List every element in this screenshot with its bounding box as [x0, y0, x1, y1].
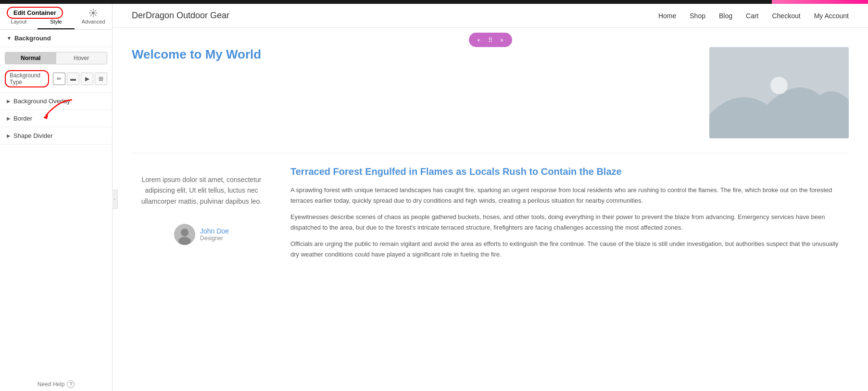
nav-cart[interactable]: Cart	[746, 12, 758, 20]
toolbar-close-btn[interactable]: ×	[497, 35, 507, 45]
site-nav: Home Shop Blog Cart Checkout My Account	[658, 12, 849, 20]
sidebar-collapse-handle[interactable]: ‹	[112, 190, 118, 209]
svg-point-5	[92, 12, 95, 14]
bg-toggle-normal[interactable]: Normal	[5, 52, 56, 64]
border-label: Border	[13, 115, 32, 122]
edit-container-label[interactable]: Edit Container	[7, 7, 63, 19]
article-para-1: A sprawling forest with unique terraced …	[290, 185, 849, 206]
background-label: Background	[14, 35, 51, 42]
tab-advanced[interactable]: Advanced	[75, 4, 112, 29]
floating-toolbar: + ⠿ ×	[469, 33, 512, 47]
nav-myaccount[interactable]: My Account	[814, 12, 849, 20]
help-icon: ?	[67, 380, 75, 388]
site-title: DerDragon Outdoor Gear	[132, 11, 229, 21]
bg-type-row: Background Type ✏ ▬ ▶ ⊞	[0, 67, 112, 90]
author-row: John Doe Designer	[132, 224, 271, 245]
top-bar-gradient	[772, 0, 868, 4]
bg-toggle-row: Normal Hover	[5, 52, 107, 64]
svg-point-10	[181, 229, 189, 236]
background-overlay-label: Background Overlay	[13, 98, 70, 105]
bg-type-slide-btn[interactable]: ⊞	[95, 73, 107, 85]
svg-point-8	[770, 77, 788, 94]
background-overlay-section: ▶ Background Overlay	[0, 93, 112, 110]
top-bar	[0, 0, 868, 4]
background-section-header[interactable]: ▼ Background	[0, 30, 112, 47]
background-section: ▼ Background Normal Hover Background Typ…	[0, 30, 112, 93]
shape-divider-arrow: ▶	[7, 133, 11, 138]
bg-type-video-btn[interactable]: ▶	[81, 73, 93, 85]
page-content: + ⠿ × Welcome to My World	[113, 28, 868, 391]
nav-checkout[interactable]: Checkout	[772, 12, 800, 20]
site-header: DerDragon Outdoor Gear Home Shop Blog Ca…	[113, 4, 868, 28]
toolbar-move-btn[interactable]: ⠿	[485, 35, 496, 45]
shape-divider-section: ▶ Shape Divider	[0, 127, 112, 145]
bg-type-color-btn[interactable]: ✏	[53, 73, 65, 85]
welcome-right	[709, 47, 849, 138]
article-heading: Terraced Forest Engulfed in Flames as Lo…	[290, 165, 849, 178]
background-arrow: ▼	[7, 36, 12, 41]
article-para-2: Eyewitnesses describe scenes of chaos as…	[290, 212, 849, 233]
bg-type-icons: ✏ ▬ ▶ ⊞	[53, 73, 107, 85]
author-name: John Doe	[200, 227, 229, 235]
welcome-left: Welcome to My World	[132, 47, 690, 62]
need-help[interactable]: Need Help ?	[0, 374, 112, 391]
article-left: Lorem ipsum dolor sit amet, consectetur …	[132, 165, 271, 266]
background-type-label: Background Type	[5, 70, 49, 87]
main-content: DerDragon Outdoor Gear Home Shop Blog Ca…	[113, 4, 868, 391]
article-body-text: Lorem ipsum dolor sit amet, consectetur …	[132, 165, 271, 216]
article-right: Terraced Forest Engulfed in Flames as Lo…	[290, 165, 849, 266]
shape-divider-header[interactable]: ▶ Shape Divider	[0, 127, 112, 144]
sidebar-content: ▼ Background Normal Hover Background Typ…	[0, 30, 112, 374]
article-section: Lorem ipsum dolor sit amet, consectetur …	[132, 153, 849, 266]
bg-toggle-hover[interactable]: Hover	[56, 52, 107, 64]
nav-shop[interactable]: Shop	[690, 12, 705, 20]
shape-divider-label: Shape Divider	[13, 132, 53, 139]
placeholder-image	[709, 47, 849, 138]
border-arrow: ▶	[7, 116, 11, 121]
sidebar: Layout Style Advanced ▼ Background Norm	[0, 4, 113, 391]
article-para-3: Officials are urging the public to remai…	[290, 239, 849, 260]
nav-home[interactable]: Home	[658, 12, 676, 20]
border-header[interactable]: ▶ Border	[0, 110, 112, 127]
bg-type-gradient-btn[interactable]: ▬	[67, 73, 79, 85]
welcome-heading: Welcome to My World	[132, 47, 690, 62]
overlay-arrow: ▶	[7, 98, 11, 104]
avatar	[174, 224, 195, 245]
author-role: Designer	[200, 235, 229, 242]
toolbar-add-btn[interactable]: +	[474, 35, 484, 45]
nav-blog[interactable]: Blog	[719, 12, 732, 20]
background-overlay-header[interactable]: ▶ Background Overlay	[0, 93, 112, 110]
author-info: John Doe Designer	[200, 227, 229, 242]
border-section: ▶ Border	[0, 110, 112, 127]
